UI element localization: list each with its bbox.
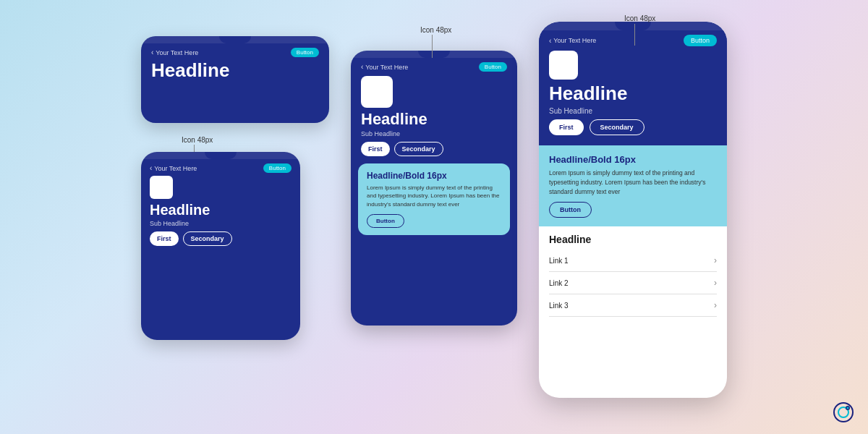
mid-first-button[interactable]: First [361, 142, 390, 156]
left-column: ‹ Your Text Here Button Headline Icon 48… [141, 36, 329, 340]
middle-column: Icon 48px ‹ Your Text Here Button Headli… [351, 22, 517, 326]
tall-headline: Headline [549, 82, 717, 105]
list-item-3-chevron-icon: › [714, 300, 717, 310]
tall-top-strip [539, 22, 727, 30]
list-item-1-chevron-icon: › [714, 255, 717, 265]
small-back-text: Your Text Here [156, 49, 198, 56]
tall-first-button[interactable]: First [549, 119, 584, 135]
tall-annotation-line-v [634, 24, 635, 46]
mid-card-headline: Headline/Bold 16px [367, 171, 501, 181]
logo-mark [833, 402, 854, 422]
tall-card-button[interactable]: Button [549, 202, 592, 218]
tall-mockup: ‹ Your Text Here Button Headline Sub Hea… [539, 22, 727, 398]
main-container: ‹ Your Text Here Button Headline Icon 48… [0, 0, 868, 434]
mid-top-strip [351, 51, 517, 58]
mid-icon-box [361, 76, 393, 108]
small-button[interactable]: Button [291, 48, 319, 57]
mid-card-body: Lorem Ipsum is simply dummy text of the … [367, 184, 501, 208]
medium-back-chevron-icon: ‹ [150, 164, 152, 172]
tall-list-section: Headline Link 1 › Link 2 › Link 3 › [539, 226, 727, 324]
medium-icon-box [150, 176, 173, 199]
mid-headline: Headline [361, 111, 507, 128]
mid-back-text: Your Text Here [365, 64, 408, 71]
svg-point-0 [834, 403, 853, 422]
medium-back-text: Your Text Here [154, 165, 197, 172]
small-top-strip [141, 36, 329, 43]
tall-back-link[interactable]: ‹ Your Text Here [549, 37, 596, 45]
mid-sub-headline: Sub Headline [361, 130, 507, 137]
tall-card: Headline/Bold 16px Lorem Ipsum is simply… [539, 145, 727, 226]
tall-back-text: Your Text Here [553, 37, 596, 44]
mid-icon-annotation: Icon 48px [420, 26, 451, 34]
small-back-link[interactable]: ‹ Your Text Here [151, 48, 198, 56]
medium-mockup: ‹ Your Text Here Button Headline Sub Hea… [141, 152, 300, 340]
list-item-1[interactable]: Link 1 › [549, 250, 717, 272]
tall-card-body: Lorem Ipsum is simply dummy text of the … [549, 169, 717, 196]
right-column: Icon 48px ‹ Your Text Here Button Headli… [539, 22, 727, 398]
small-mockup: ‹ Your Text Here Button Headline [141, 36, 329, 123]
list-item-3-label: Link 3 [549, 302, 569, 310]
list-item-2[interactable]: Link 2 › [549, 272, 717, 294]
mid-tall-mockup: ‹ Your Text Here Button Headline Sub Hea… [351, 51, 517, 326]
tall-back-chevron-icon: ‹ [549, 37, 551, 45]
mid-annotation-line-v [432, 35, 433, 58]
mid-back-chevron-icon: ‹ [361, 63, 363, 71]
medium-first-button[interactable]: First [150, 231, 179, 246]
medium-back-link[interactable]: ‹ Your Text Here [150, 164, 197, 172]
list-item-1-label: Link 1 [549, 257, 569, 265]
medium-headline: Headline [150, 202, 292, 218]
mid-card-button[interactable]: Button [367, 214, 404, 228]
medium-button[interactable]: Button [263, 163, 292, 173]
tall-card-headline: Headline/Bold 16px [549, 154, 717, 165]
tall-sub-headline: Sub Headline [549, 107, 717, 115]
tall-icon-annotation: Icon 48px [624, 14, 655, 22]
mid-back-link[interactable]: ‹ Your Text Here [361, 63, 408, 71]
medium-sub-headline: Sub Headline [150, 220, 292, 227]
medium-secondary-button[interactable]: Secondary [183, 231, 232, 246]
tall-secondary-button[interactable]: Secondary [590, 119, 644, 135]
list-item-3[interactable]: Link 3 › [549, 294, 717, 317]
mid-button[interactable]: Button [479, 62, 507, 72]
mid-secondary-button[interactable]: Secondary [394, 142, 443, 156]
small-back-chevron-icon: ‹ [151, 48, 153, 56]
medium-top-strip [141, 152, 300, 159]
list-item-2-chevron-icon: › [714, 278, 717, 288]
svg-point-3 [847, 407, 849, 409]
tall-header: ‹ Your Text Here Button Headline Sub Hea… [539, 22, 727, 145]
medium-icon-annotation: Icon 48px [182, 136, 213, 144]
tall-header-button[interactable]: Button [684, 35, 717, 46]
mid-card: Headline/Bold 16px Lorem Ipsum is simply… [358, 163, 510, 235]
list-item-2-label: Link 2 [549, 279, 569, 287]
tall-list-headline: Headline [549, 234, 717, 245]
tall-icon-box [549, 51, 578, 80]
small-headline: Headline [151, 60, 319, 81]
